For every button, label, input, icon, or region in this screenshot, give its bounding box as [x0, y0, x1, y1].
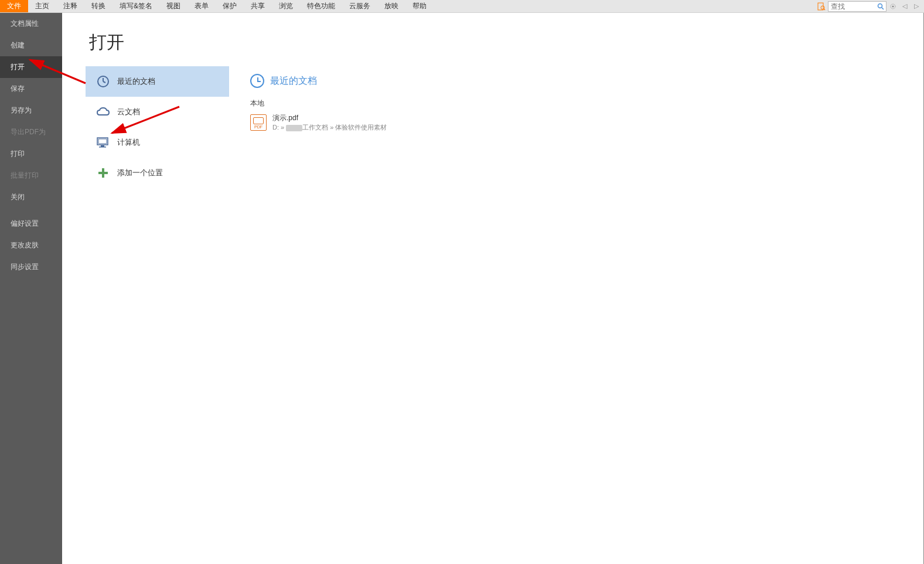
svg-point-6	[892, 5, 894, 7]
sidebar-item-save[interactable]: 保存	[0, 78, 62, 100]
menu-tab-annotate[interactable]: 注释	[56, 0, 84, 12]
svg-rect-15	[98, 172, 108, 174]
svg-point-3	[878, 4, 882, 8]
cloud-icon	[96, 105, 110, 119]
find-in-page-icon[interactable]	[816, 1, 827, 12]
sidebar-item-close[interactable]: 关闭	[0, 186, 62, 208]
menu-tab-form[interactable]: 表单	[187, 0, 216, 12]
panel-title: 打开	[89, 30, 229, 55]
search-icon[interactable]	[875, 3, 886, 10]
recent-detail-panel: 最近的文档 本地 演示.pdf D: » 工作文档 » 体验软件使用素材	[229, 13, 924, 564]
svg-line-4	[882, 8, 884, 9]
location-label: 计算机	[117, 137, 140, 148]
svg-rect-11	[98, 139, 107, 144]
menu-tab-cloud[interactable]: 云服务	[342, 0, 377, 12]
open-locations-panel: 打开 最近的文档 云文档 计算机 添加一个位置	[62, 13, 229, 564]
sidebar-item-sync[interactable]: 同步设置	[0, 256, 62, 278]
plus-icon	[96, 166, 110, 180]
menubar: 文件 主页 注释 转换 填写&签名 视图 表单 保护 共享 浏览 特色功能 云服…	[0, 0, 924, 13]
file-sidebar: 文档属性 创建 打开 保存 另存为 导出PDF为 打印 批量打印 关闭 偏好设置…	[0, 13, 62, 564]
location-label: 云文档	[117, 107, 140, 117]
clock-icon	[96, 74, 110, 89]
sidebar-item-skin[interactable]: 更改皮肤	[0, 235, 62, 256]
menu-tab-convert[interactable]: 转换	[84, 0, 112, 12]
search-input[interactable]	[828, 2, 875, 11]
sidebar-item-docprops[interactable]: 文档属性	[0, 13, 62, 35]
computer-icon	[96, 135, 110, 150]
sidebar-item-open[interactable]: 打开	[0, 56, 62, 78]
location-cloud[interactable]: 云文档	[86, 97, 229, 127]
detail-heading: 最近的文档	[250, 74, 923, 88]
location-add[interactable]: 添加一个位置	[86, 158, 229, 188]
svg-rect-0	[818, 3, 823, 10]
menu-tab-home[interactable]: 主页	[28, 0, 56, 12]
menu-tab-file[interactable]: 文件	[0, 0, 28, 12]
menu-tab-view[interactable]: 视图	[159, 0, 187, 12]
sidebar-item-prefs[interactable]: 偏好设置	[0, 213, 62, 235]
file-path: D: » 工作文档 » 体验软件使用素材	[272, 123, 387, 132]
nav-prev-icon[interactable]: ◁	[899, 1, 910, 12]
menu-tab-fill-sign[interactable]: 填写&签名	[112, 0, 159, 12]
menu-tab-protect[interactable]: 保护	[216, 0, 244, 12]
location-recent[interactable]: 最近的文档	[86, 66, 229, 97]
sidebar-item-export[interactable]: 导出PDF为	[0, 121, 62, 143]
gear-icon[interactable]	[888, 1, 898, 12]
search-box[interactable]	[828, 1, 887, 12]
sidebar-item-create[interactable]: 创建	[0, 35, 62, 56]
clock-icon	[250, 74, 264, 88]
svg-rect-13	[99, 147, 106, 148]
sidebar-item-saveas[interactable]: 另存为	[0, 100, 62, 121]
sidebar-item-batchprint[interactable]: 批量打印	[0, 165, 62, 186]
recent-file-row[interactable]: 演示.pdf D: » 工作文档 » 体验软件使用素材	[250, 112, 923, 133]
file-name: 演示.pdf	[272, 113, 387, 123]
svg-line-2	[824, 9, 825, 10]
location-label: 最近的文档	[117, 76, 155, 87]
menu-tab-share[interactable]: 共享	[244, 0, 272, 12]
sidebar-item-print[interactable]: 打印	[0, 143, 62, 165]
section-local-label: 本地	[250, 98, 923, 108]
location-computer[interactable]: 计算机	[86, 127, 229, 158]
menu-tab-slideshow[interactable]: 放映	[377, 0, 405, 12]
pdf-file-icon	[250, 114, 267, 131]
menu-tab-browse[interactable]: 浏览	[272, 0, 300, 12]
menu-tab-features[interactable]: 特色功能	[300, 0, 342, 12]
menu-tab-help[interactable]: 帮助	[405, 0, 434, 12]
nav-next-icon[interactable]: ▷	[911, 1, 922, 12]
svg-rect-12	[101, 145, 104, 147]
location-label: 添加一个位置	[117, 168, 163, 178]
svg-line-9	[103, 81, 105, 83]
detail-heading-text: 最近的文档	[270, 75, 317, 87]
